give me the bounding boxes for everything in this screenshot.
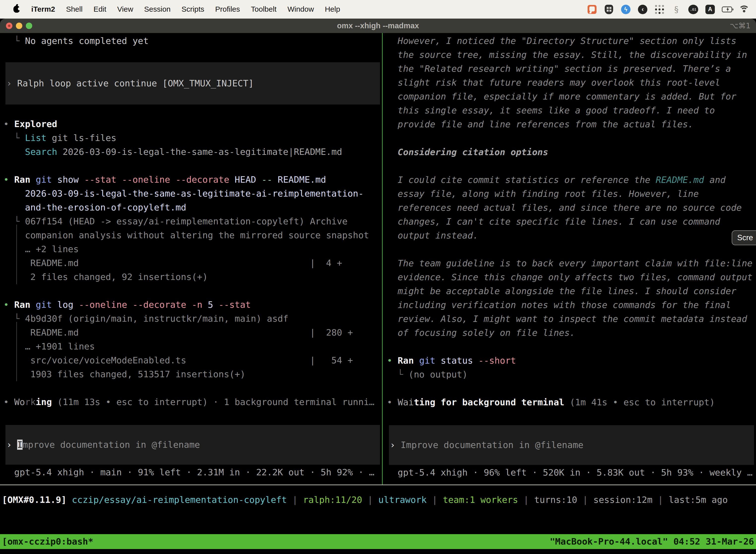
terminal-line: companion file, especially if more comme… bbox=[387, 90, 756, 104]
window-shortcut-badge: ⌥⌘1 bbox=[730, 19, 751, 33]
pane-bottom-border bbox=[0, 485, 756, 485]
terminal-line: • Waiting for background terminal (1m 41… bbox=[387, 395, 756, 409]
terminal-line: • Ran git show --stat --oneline --decora… bbox=[3, 173, 382, 187]
terminal-line: the source tree, missing the essay. Stil… bbox=[387, 48, 756, 62]
terminal-line: └ 4b9d30f (origin/main, instructkr/main,… bbox=[3, 312, 382, 326]
terminal-line: output instead. bbox=[387, 229, 756, 242]
prompt-input[interactable]: › Improve documentation in @filename bbox=[5, 425, 380, 465]
terminal-line bbox=[387, 340, 756, 354]
terminal-line: might be acceptable alongside the file l… bbox=[387, 284, 756, 298]
terminal-line: … +1901 lines bbox=[3, 340, 382, 353]
terminal-line: Search 2026-03-09-is-legal-the-same-as-l… bbox=[3, 145, 382, 159]
terminal-line: README.md | 4 + bbox=[3, 256, 382, 270]
menu-items: iTerm2ShellEditViewSessionScriptsProfile… bbox=[31, 5, 340, 13]
terminal-line: essay file, along with finding root file… bbox=[387, 187, 756, 201]
orange-chat-app-icon[interactable] bbox=[587, 4, 597, 15]
tree-connector-line bbox=[16, 322, 17, 381]
terminal-line: └ 067f154 (HEAD -> essay/ai-reimplementa… bbox=[3, 214, 382, 228]
terminal-line bbox=[3, 159, 382, 173]
terminal-line: 2026-03-09-is-legal-the-same-as-legitima… bbox=[3, 187, 382, 201]
terminal-line: companion analysis without altering the … bbox=[3, 228, 382, 242]
model-status-line: gpt-5.4 xhigh · main · 91% left · 2.31M … bbox=[3, 465, 382, 479]
squiggle-icon[interactable]: § bbox=[671, 4, 682, 15]
menu-item-window[interactable]: Window bbox=[288, 5, 314, 13]
tmux-pane-divider[interactable] bbox=[382, 33, 383, 485]
terminal-line: and-the-erosion-of-copyleft.md bbox=[3, 201, 382, 214]
menu-item-view[interactable]: View bbox=[117, 5, 133, 13]
terminal-line: evidence. Since this change only affects… bbox=[387, 270, 756, 284]
terminal-line: README.md | 280 + bbox=[3, 326, 382, 340]
screen-notification-overlay[interactable]: Scre bbox=[732, 230, 756, 245]
terminal-line: The team guideline is to back every impo… bbox=[387, 257, 756, 270]
prompt-input[interactable]: › Improve documentation in @filename bbox=[389, 425, 754, 465]
omx-status-bar: [OMX#0.11.9] cczip/essay/ai-reimplementa… bbox=[0, 493, 756, 507]
terminal-line: I could cite commit statistics or refere… bbox=[387, 173, 756, 187]
menu-item-help[interactable]: Help bbox=[325, 5, 340, 13]
terminal: └ No agents completed yet› Ralph loop ac… bbox=[0, 33, 756, 485]
terminal-line bbox=[3, 381, 382, 395]
terminal-line: review. Also, I might want to inspect th… bbox=[387, 312, 756, 326]
tree-connector-line bbox=[16, 225, 17, 284]
menu-item-edit[interactable]: Edit bbox=[93, 5, 107, 13]
terminal-line: provide file and line references from th… bbox=[387, 117, 756, 131]
terminal-line: └ (no output) bbox=[387, 368, 756, 382]
menu-item-toolbelt[interactable]: Toolbelt bbox=[251, 5, 276, 13]
terminal-line: • Ran git status --short bbox=[387, 354, 756, 368]
menu-bar: iTerm2ShellEditViewSessionScriptsProfile… bbox=[0, 0, 756, 19]
menu-item-session[interactable]: Session bbox=[144, 5, 171, 13]
terminal-line: 2 files changed, 92 insertions(+) bbox=[3, 270, 382, 284]
tmux-status-bar: [omx-cczip0:bash* "MacBook-Pro-44.local"… bbox=[0, 534, 756, 549]
blue-badge-icon[interactable]: ϟ bbox=[621, 4, 631, 15]
terminal-line bbox=[3, 284, 382, 298]
terminal-line: • Ran git log --oneline --decorate -n 5 … bbox=[3, 298, 382, 312]
menu-item-iterm2[interactable]: iTerm2 bbox=[31, 5, 55, 13]
model-status-line: gpt-5.4 xhigh · 96% left · 520K in · 5.8… bbox=[387, 466, 756, 480]
terminal-line bbox=[387, 382, 756, 395]
a-badge-icon[interactable]: A bbox=[705, 4, 715, 15]
wifi-icon[interactable] bbox=[739, 4, 749, 15]
terminal-line: 1903 files changed, 513517 insertions(+) bbox=[3, 367, 382, 381]
menu-status-icons: ϟ ‹ § ..61 A bbox=[587, 0, 749, 19]
left-pane: └ No agents completed yet› Ralph loop ac… bbox=[0, 33, 382, 485]
right-pane: However, I noticed the "Directory Struct… bbox=[383, 33, 756, 485]
terminal-line: … +2 lines bbox=[3, 242, 382, 256]
terminal-line: of focusing solely on file lines. bbox=[387, 326, 756, 340]
menu-item-shell[interactable]: Shell bbox=[66, 5, 82, 13]
terminal-line: • Working (11m 13s • esc to interrupt) ·… bbox=[3, 395, 382, 409]
shield-grid-icon[interactable] bbox=[604, 4, 614, 15]
tmux-session-window[interactable]: [omx-cczip0:bash* bbox=[2, 534, 93, 549]
terminal-line: └ List git ls-files bbox=[3, 131, 382, 145]
count-badge-icon[interactable]: ..61 bbox=[688, 4, 698, 15]
terminal-line: the "Related research writing" section i… bbox=[387, 62, 756, 76]
window-title-bar: omx --xhigh --madmax ⌥⌘1 bbox=[0, 19, 756, 33]
tmux-host-clock: "MacBook-Pro-44.local" 04:52 31-Mar-26 bbox=[550, 534, 754, 549]
terminal-line: slight risk that future readers may over… bbox=[387, 76, 756, 90]
chevron-circle-icon[interactable]: ‹ bbox=[637, 4, 648, 15]
terminal-line: Considering citation options bbox=[387, 145, 756, 159]
terminal-line: including verification notes with those … bbox=[387, 298, 756, 312]
terminal-line: • Explored bbox=[3, 117, 382, 131]
terminal-line: └ No agents completed yet bbox=[3, 34, 382, 48]
battery-icon[interactable] bbox=[722, 4, 732, 15]
terminal-line: However, I noticed the "Directory Struct… bbox=[387, 34, 756, 48]
dots-grid-icon[interactable] bbox=[654, 4, 665, 15]
terminal-line: changes, I can't cite specific file line… bbox=[387, 215, 756, 229]
terminal-line: references need actual files, and since … bbox=[387, 201, 756, 215]
spacer bbox=[3, 105, 382, 117]
terminal-line: src/voice/voiceModeEnabled.ts | 54 + bbox=[3, 353, 382, 367]
window-title: omx --xhigh --madmax bbox=[0, 19, 756, 33]
terminal-line bbox=[387, 131, 756, 145]
menu-item-profiles[interactable]: Profiles bbox=[215, 5, 240, 13]
prompt-input[interactable]: › Ralph loop active continue [OMX_TMUX_I… bbox=[5, 62, 380, 105]
apple-logo-icon[interactable] bbox=[13, 6, 20, 13]
terminal-line: this single essay, it seems like a good … bbox=[387, 104, 756, 117]
menu-item-scripts[interactable]: Scripts bbox=[182, 5, 204, 13]
terminal-line bbox=[387, 159, 756, 173]
terminal-line bbox=[387, 242, 756, 257]
